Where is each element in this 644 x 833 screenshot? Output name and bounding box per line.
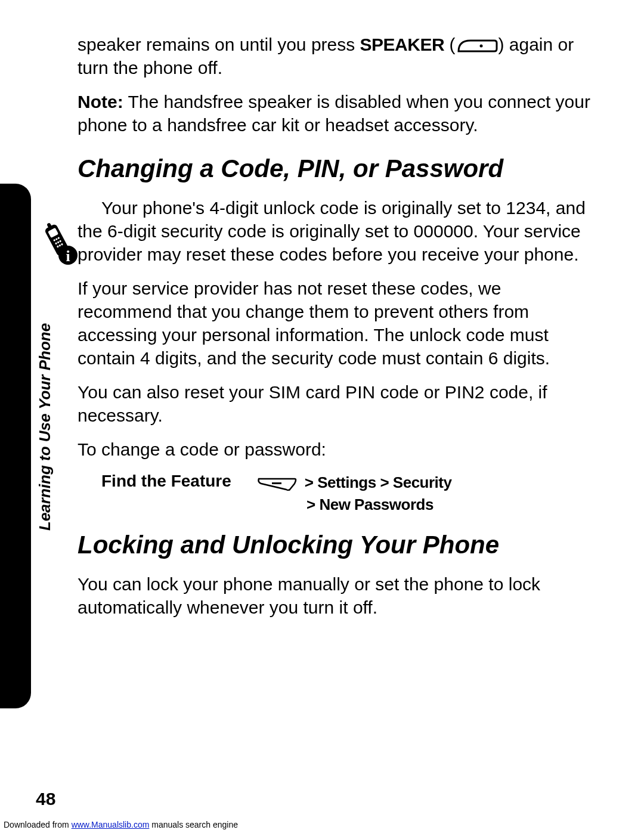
speaker-key-label: SPEAKER [360,35,445,54]
speaker-paragraph: speaker remains on until you press SPEAK… [78,33,590,79]
path-text-2: > New Passwords [306,496,434,513]
text-fragment: speaker remains on until you press [78,35,360,54]
note-paragraph: Note: The handsfree speaker is disabled … [78,90,590,137]
svg-rect-15 [272,482,281,484]
softkey-right-icon [455,38,498,54]
footer-suffix: manuals search engine [149,820,238,829]
chapter-side-label: Learning to Use Your Phone [36,323,54,531]
section-heading-locking: Locking and Unlocking Your Phone [78,531,590,559]
feature-path-line2: > New Passwords [256,494,451,515]
section1-p4: To change a code or password: [78,438,590,461]
footer-prefix: Downloaded from [4,820,72,829]
section1-p3: You can also reset your SIM card PIN cod… [78,380,590,427]
section1-p1: Your phone's 4-digit unlock code is orig… [78,196,590,266]
svg-point-0 [480,45,483,48]
note-body: The handsfree speaker is disabled when y… [78,92,590,135]
feature-path-block: > Settings > Security > New Passwords [256,472,451,515]
manualslib-link[interactable]: www.Manualslib.com [72,820,150,829]
download-footer: Downloaded from www.Manualslib.com manua… [4,820,238,829]
svg-text:i: i [66,247,70,265]
phone-info-icon: i [36,221,82,270]
find-the-feature-row: Find the Feature > Settings > Security >… [101,472,590,515]
page-number: 48 [36,789,55,809]
section2-p1: You can lock your phone manually or set … [78,572,590,619]
menu-key-icon [256,476,297,491]
note-label: Note: [78,92,123,112]
find-feature-label: Find the Feature [101,472,256,491]
section-heading-changing-code: Changing a Code, PIN, or Password [78,154,590,183]
section1-p2: If your service provider has not reset t… [78,277,590,370]
side-tab-decoration [0,184,31,708]
feature-path-line1: > Settings > Security [256,472,451,493]
path-text-1: > Settings > Security [305,473,452,491]
manual-page: Learning to Use Your Phone speaker remai… [0,0,644,833]
